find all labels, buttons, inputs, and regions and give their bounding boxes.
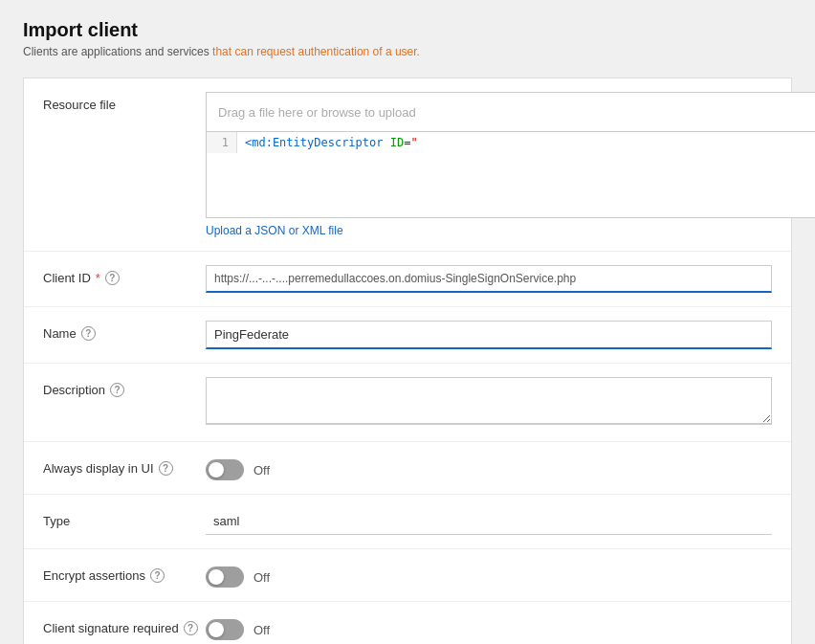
type-control [206, 508, 772, 535]
name-help-icon[interactable]: ? [81, 326, 96, 341]
toggle-track-3 [206, 619, 244, 640]
encrypt-assertions-toggle-label: Off [253, 570, 270, 585]
always-display-toggle[interactable] [206, 459, 244, 480]
always-display-label: Always display in UI ? [43, 455, 206, 476]
toggle-track [206, 459, 244, 480]
encrypt-assertions-row: Encrypt assertions ? Off [24, 549, 791, 602]
drop-placeholder: Drag a file here or browse to upload [218, 105, 416, 120]
resource-file-container: Drag a file here or browse to upload Bro… [206, 92, 815, 218]
client-signature-toggle-container: Off [206, 615, 772, 640]
client-signature-control: Off [206, 615, 772, 640]
resource-file-label: Resource file [43, 92, 206, 112]
code-line-1: 1 <md:EntityDescriptor ID=" pl-s [207, 132, 815, 153]
name-input[interactable] [206, 321, 772, 349]
required-marker: * [96, 271, 100, 285]
line-number: 1 [207, 132, 237, 153]
always-display-control: Off [206, 455, 772, 480]
client-signature-help-icon[interactable]: ? [184, 621, 198, 635]
toggle-track-2 [206, 566, 244, 588]
always-display-help-icon[interactable]: ? [159, 461, 173, 476]
resource-file-row: Resource file Drag a file here or browse… [24, 78, 791, 252]
subtitle-text: Clients are applications and services [23, 45, 212, 58]
always-display-toggle-label: Off [253, 463, 270, 477]
resource-file-control: Drag a file here or browse to upload Bro… [206, 92, 815, 237]
code-editor: 1 <md:EntityDescriptor ID=" pl-s [207, 131, 815, 217]
toggle-thumb-2 [209, 569, 224, 585]
client-signature-row: Client signature required ? Off [24, 602, 791, 644]
encrypt-assertions-help-icon[interactable]: ? [150, 568, 165, 583]
type-input[interactable] [206, 508, 772, 535]
encrypt-assertions-toggle-container: Off [206, 563, 772, 588]
client-id-help-icon[interactable]: ? [105, 271, 120, 285]
name-label: Name ? [43, 321, 206, 341]
xml-attr: ID [390, 136, 404, 149]
client-id-label: Client ID * ? [43, 265, 206, 285]
name-row: Name ? [24, 307, 791, 364]
toggle-thumb [209, 462, 224, 477]
page-subtitle: Clients are applications and services th… [23, 45, 792, 58]
client-id-row: Client ID * ? [24, 252, 791, 307]
upload-link-container: Upload a JSON or XML file [206, 224, 815, 237]
client-signature-toggle[interactable] [206, 619, 244, 640]
encrypt-assertions-label: Encrypt assertions ? [43, 563, 206, 583]
page-title: Import client [23, 19, 792, 41]
xml-tag: <md:EntityDescriptor [245, 136, 384, 149]
description-help-icon[interactable]: ? [110, 383, 124, 397]
always-display-row: Always display in UI ? Off [24, 442, 791, 495]
toggle-thumb-3 [209, 622, 224, 637]
always-display-toggle-container: Off [206, 455, 772, 480]
code-content: <md:EntityDescriptor ID=" pl-s [237, 132, 815, 153]
description-control [206, 377, 772, 428]
xml-val: " [410, 136, 417, 149]
encrypt-assertions-toggle[interactable] [206, 566, 244, 588]
client-id-input[interactable] [206, 265, 772, 293]
description-label: Description ? [43, 377, 206, 397]
page-container: Import client Clients are applications a… [0, 0, 815, 644]
client-signature-label: Client signature required ? [43, 615, 206, 635]
client-signature-toggle-label: Off [253, 623, 270, 637]
upload-link[interactable]: Upload a JSON or XML file [206, 224, 343, 237]
client-id-control [206, 265, 772, 293]
type-row: Type [24, 495, 791, 549]
drop-zone: Drag a file here or browse to upload Bro… [207, 93, 815, 131]
form-section: Resource file Drag a file here or browse… [23, 78, 792, 644]
subtitle-link[interactable]: that can request authentication of a use… [212, 45, 420, 58]
description-textarea[interactable] [206, 377, 772, 425]
encrypt-assertions-control: Off [206, 563, 772, 588]
type-label: Type [43, 508, 206, 528]
description-row: Description ? [24, 364, 791, 442]
name-control [206, 321, 772, 349]
